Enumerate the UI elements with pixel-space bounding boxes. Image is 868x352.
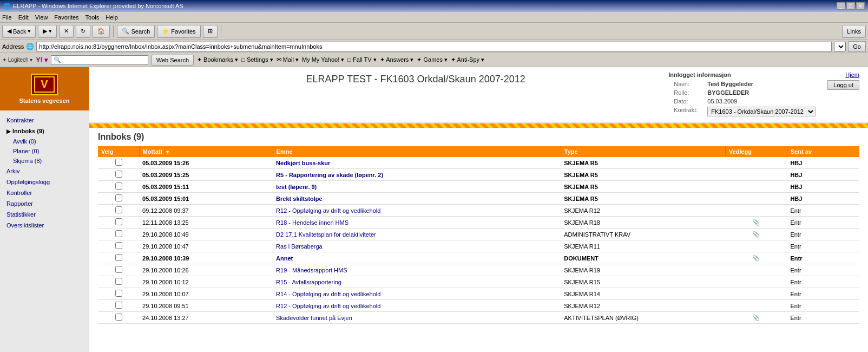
sidebar-item-rapporter[interactable]: Rapporter	[0, 198, 89, 209]
row-type: SKJEMA R5	[561, 169, 725, 181]
home-button[interactable]: 🏠	[93, 25, 110, 38]
row-emne[interactable]: R12 - Oppfølging av drift og vedlikehold	[273, 205, 561, 217]
row-vedlegg: 📎	[725, 252, 787, 264]
yahoo-logo[interactable]: Y! ▾	[36, 56, 47, 64]
row-emne[interactable]: Ras i Børsaberga	[273, 240, 561, 252]
row-emne[interactable]: R5 - Rapportering av skade (løpenr. 2)	[273, 169, 561, 181]
row-emne[interactable]: Nedkjørt buss-skur	[273, 157, 561, 169]
close-button[interactable]: ✕	[856, 2, 865, 10]
menu-view[interactable]: View	[35, 14, 48, 21]
sidebar-item-statistikker[interactable]: Statistikker	[0, 209, 89, 220]
minimize-button[interactable]: _	[837, 2, 845, 10]
menu-help[interactable]: Help	[106, 14, 118, 21]
row-emne[interactable]: D2 17.1 Kvalitetsplan for delaktiviteter	[273, 229, 561, 240]
row-emne[interactable]: test (løpenr. 9)	[273, 181, 561, 193]
row-checkbox[interactable]	[115, 302, 122, 309]
window-controls[interactable]: _ □ ✕	[837, 2, 865, 10]
row-checkbox[interactable]	[115, 242, 122, 249]
menu-tools[interactable]: Tools	[86, 14, 100, 21]
info-table: Navn: Test Byggeleder Rolle: BYGGELEDER …	[668, 79, 821, 118]
col-header-mottatt[interactable]: Mottatt ▼	[139, 146, 273, 157]
row-type: SKJEMA R5	[561, 157, 725, 169]
stop-button[interactable]: ✕	[59, 25, 74, 38]
col-header-type[interactable]: Type	[561, 146, 725, 157]
row-checkbox-cell	[98, 252, 139, 264]
table-row: 09.12.2008 09:37 R12 - Oppfølging av dri…	[98, 205, 859, 217]
yahoo-search-icon: 🔍	[54, 56, 61, 63]
row-emne[interactable]: R14 - Oppfølging av drift og vedlikehold	[273, 288, 561, 300]
anti-spy-button[interactable]: ✦ Anti-Spy ▾	[451, 56, 484, 63]
mail-button[interactable]: ✉ Mail ▾	[277, 56, 299, 63]
col-header-velg[interactable]: Velg	[98, 146, 139, 157]
row-checkbox[interactable]	[115, 266, 122, 273]
go-button[interactable]: Go	[848, 41, 866, 52]
media-button[interactable]: ⊞	[203, 25, 218, 38]
fall-tv-button[interactable]: □ Fall TV ▾	[347, 56, 376, 63]
forward-button[interactable]: ▶ ▾	[38, 25, 57, 38]
row-mottatt: 29.10.2008 10:07	[139, 288, 273, 300]
row-checkbox[interactable]	[115, 182, 122, 190]
address-dropdown[interactable]	[834, 42, 846, 51]
browser-icon: 🌐	[3, 3, 11, 10]
logitech-button[interactable]: ✦ Logitech ▾	[2, 57, 32, 63]
sidebar-item-oversiktslister[interactable]: Oversiktslister	[0, 220, 89, 231]
sidebar-item-planer[interactable]: Planer (0)	[0, 146, 89, 156]
col-header-vedlegg[interactable]: Vedlegg	[725, 146, 787, 157]
sidebar-item-kontrakter[interactable]: Kontrakter	[0, 115, 89, 126]
address-input[interactable]	[36, 42, 832, 51]
row-checkbox[interactable]	[115, 230, 122, 237]
table-row: 29.10.2008 10:12 R15 - Avfallsrapporteri…	[98, 276, 859, 288]
col-header-emne[interactable]: Emne	[273, 146, 561, 157]
menu-edit[interactable]: Edit	[18, 14, 29, 21]
sidebar-item-oppfolgingslogg[interactable]: Oppfølgingslogg	[0, 177, 89, 187]
row-emne[interactable]: Skadevolder funnet på Evjen	[273, 312, 561, 324]
table-row: 05.03.2009 15:11 test (løpenr. 9) SKJEMA…	[98, 181, 859, 193]
row-checkbox[interactable]	[115, 171, 122, 178]
row-emne[interactable]: R18 - Hendelse innen HMS	[273, 217, 561, 229]
row-emne[interactable]: R19 - Månedsrapport HMS	[273, 264, 561, 276]
sidebar-item-avvik[interactable]: Avvik (0)	[0, 136, 89, 146]
row-checkbox-cell	[98, 169, 139, 181]
row-emne[interactable]: Annet	[273, 252, 561, 264]
answers-button[interactable]: ✦ Answers ▾	[380, 56, 414, 63]
row-checkbox[interactable]	[115, 206, 122, 213]
row-checkbox-cell	[98, 264, 139, 276]
row-checkbox[interactable]	[115, 254, 122, 261]
forward-dropdown-icon: ▾	[49, 28, 52, 35]
favorites-button[interactable]: ⭐ Favorites	[157, 25, 200, 38]
table-row: 29.10.2008 10:49 D2 17.1 Kvalitetsplan f…	[98, 229, 859, 240]
row-checkbox[interactable]	[115, 278, 122, 285]
row-checkbox[interactable]	[115, 218, 122, 225]
row-emne[interactable]: R12 - Oppfølging av drift og vedlikehold	[273, 300, 561, 312]
sidebar-item-kontroller[interactable]: Kontroller	[0, 187, 89, 198]
maximize-button[interactable]: □	[846, 2, 855, 10]
table-row: 29.10.2008 10:47 Ras i Børsaberga SKJEMA…	[98, 240, 859, 252]
logout-button[interactable]: Logg ut	[827, 80, 859, 90]
back-button[interactable]: ◀ Back ▾	[2, 25, 36, 38]
col-header-sendt[interactable]: Sent av	[787, 146, 859, 157]
settings-button[interactable]: □ Settings ▾	[241, 56, 273, 63]
sidebar-item-innboks[interactable]: ▶Innboks (9)	[0, 126, 89, 136]
yahoo-search-box[interactable]: 🔍	[51, 55, 148, 65]
row-checkbox[interactable]	[115, 314, 122, 321]
row-emne[interactable]: R15 - Avfallsrapportering	[273, 276, 561, 288]
yahoo-search-input[interactable]	[62, 57, 133, 63]
kontrakt-select[interactable]: FK1603 - Orkdal/Skaun 2007-2012	[707, 107, 816, 116]
row-checkbox[interactable]	[115, 194, 122, 201]
menu-favorites[interactable]: Favorites	[54, 14, 78, 21]
row-checkbox[interactable]	[115, 290, 122, 297]
sidebar-item-skjema[interactable]: Skjema (8)	[0, 156, 89, 166]
media-icon: ⊞	[208, 28, 213, 35]
search-button[interactable]: 🔍 Search	[117, 25, 155, 38]
my-yahoo-button[interactable]: My My Yahoo! ▾	[302, 56, 344, 63]
row-sendt-av: Entr	[787, 300, 859, 312]
menu-file[interactable]: File	[2, 14, 12, 21]
sidebar-item-arkiv[interactable]: Arkiv	[0, 166, 89, 177]
bookmarks-button[interactable]: ✦ Bookmarks ▾	[197, 56, 238, 63]
web-search-button[interactable]: Web Search	[152, 55, 194, 66]
games-button[interactable]: ✦ Games ▾	[417, 56, 448, 63]
row-emne[interactable]: Brekt skiltstolpe	[273, 193, 561, 205]
refresh-button[interactable]: ↻	[76, 25, 90, 38]
row-checkbox[interactable]	[115, 159, 122, 166]
hjem-link[interactable]: Hjem	[845, 71, 859, 78]
